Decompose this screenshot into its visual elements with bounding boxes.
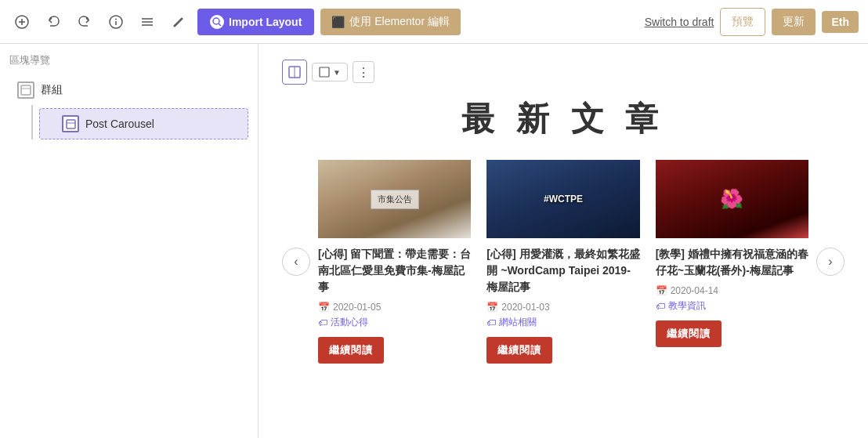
post-tag-2: 🏷 網站相關 <box>486 316 639 329</box>
tag-icon: 🏷 <box>486 317 496 328</box>
elementor-edit-label: 使用 Elementor 編輯 <box>349 15 450 29</box>
import-layout-btn[interactable]: Import Layout <box>197 9 314 35</box>
svg-point-10 <box>213 18 219 24</box>
svg-line-11 <box>219 24 221 26</box>
search-icon <box>210 15 224 29</box>
menu-btn[interactable] <box>135 9 160 34</box>
more-options-btn[interactable]: ⋮ <box>353 61 374 83</box>
post-carousel-icon <box>62 115 79 132</box>
chevron-down-icon: ▼ <box>333 68 341 77</box>
elementor-edit-btn[interactable]: ⬛ 使用 Elementor 編輯 <box>320 9 461 35</box>
post-tag-1: 🏷 活動心得 <box>318 316 471 329</box>
carousel-prev-btn[interactable]: ‹ <box>282 248 310 276</box>
layout-tool-btn[interactable] <box>282 60 307 85</box>
edit-btn[interactable] <box>166 9 191 34</box>
editor-toolbar-row: ▼ ⋮ <box>282 60 844 85</box>
sidebar: 區塊導覽 群組 Post Carousel <box>0 44 259 438</box>
post-card: 🌺 [教學] 婚禮中擁有祝福意涵的春仔花~玉蘭花(番外)-梅屋記事 📅 2020… <box>656 160 808 364</box>
read-more-btn-1[interactable]: 繼續閱讀 <box>318 337 384 364</box>
post-image-3: 🌺 <box>656 160 808 238</box>
sidebar-title: 區塊導覽 <box>9 53 248 67</box>
tag-icon: 🏷 <box>318 317 327 328</box>
read-more-btn-3[interactable]: 繼續閱讀 <box>656 320 722 347</box>
eth-badge: Eth <box>822 11 859 33</box>
post-card: #WCTPE [心得] 用愛灌溉，最終如繁花盛開 ~WordCamp Taipe… <box>486 160 639 364</box>
group-icon <box>17 81 34 99</box>
read-more-btn-2[interactable]: 繼續閱讀 <box>486 337 552 364</box>
carousel-container: ‹ 市集公告 [心得] 留下聞置：帶走需要：台南北區仁愛里免費市集-梅屋記事 📅 <box>282 160 844 364</box>
calendar-icon: 📅 <box>486 302 498 313</box>
top-toolbar: Import Layout ⬛ 使用 Elementor 編輯 Switch t… <box>0 0 868 44</box>
post-title-1: [心得] 留下聞置：帶走需要：台南北區仁愛里免費市集-梅屋記事 <box>318 246 471 295</box>
carousel-next-btn[interactable]: › <box>816 248 844 276</box>
tag-icon: 🏷 <box>656 301 665 312</box>
editor-area: ▼ ⋮ 最 新 文 章 ‹ 市集公告 <box>259 44 868 438</box>
elementor-icon: ⬛ <box>331 16 345 28</box>
calendar-icon: 📅 <box>656 285 667 296</box>
posts-grid: 市集公告 [心得] 留下聞置：帶走需要：台南北區仁愛里免費市集-梅屋記事 📅 2… <box>318 160 808 364</box>
import-layout-label: Import Layout <box>229 16 302 28</box>
info-btn[interactable] <box>103 9 128 34</box>
section-title: 最 新 文 章 <box>282 97 844 141</box>
layout-select[interactable]: ▼ <box>312 63 348 81</box>
post-date-1: 📅 2020-01-05 <box>318 302 471 313</box>
editor-inner: ▼ ⋮ 最 新 文 章 ‹ 市集公告 <box>259 44 868 438</box>
undo-btn[interactable] <box>41 9 66 34</box>
post-carousel-label: Post Carousel <box>85 118 154 130</box>
sidebar-group-item[interactable]: 群組 <box>9 75 248 105</box>
svg-rect-12 <box>21 85 31 95</box>
group-label: 群組 <box>41 83 63 97</box>
post-title-2: [心得] 用愛灌溉，最終如繁花盛開 ~WordCamp Taipei 2019-… <box>486 246 639 295</box>
svg-line-9 <box>180 20 181 20</box>
svg-point-5 <box>115 18 117 20</box>
main-layout: 區塊導覽 群組 Post Carousel <box>0 44 868 438</box>
post-date-2: 📅 2020-01-03 <box>486 302 639 313</box>
svg-rect-14 <box>67 120 75 129</box>
sidebar-post-carousel-item[interactable]: Post Carousel <box>39 108 248 139</box>
post-card: 市集公告 [心得] 留下聞置：帶走需要：台南北區仁愛里免費市集-梅屋記事 📅 2… <box>318 160 471 364</box>
calendar-icon: 📅 <box>318 302 330 313</box>
post-date-3: 📅 2020-04-14 <box>656 285 808 296</box>
svg-rect-18 <box>320 67 329 77</box>
post-tag-3: 🏷 教學資訊 <box>656 299 808 313</box>
post-title-3: [教學] 婚禮中擁有祝福意涵的春仔花~玉蘭花(番外)-梅屋記事 <box>656 246 808 279</box>
post-image-2: #WCTPE <box>486 160 639 238</box>
redo-btn[interactable] <box>72 9 97 34</box>
switch-draft-btn[interactable]: Switch to draft <box>645 16 714 28</box>
add-icon-btn[interactable] <box>9 9 34 34</box>
post-image-1: 市集公告 <box>318 160 471 238</box>
update-btn[interactable]: 更新 <box>772 9 816 35</box>
preview-btn[interactable]: 預覽 <box>720 8 765 36</box>
